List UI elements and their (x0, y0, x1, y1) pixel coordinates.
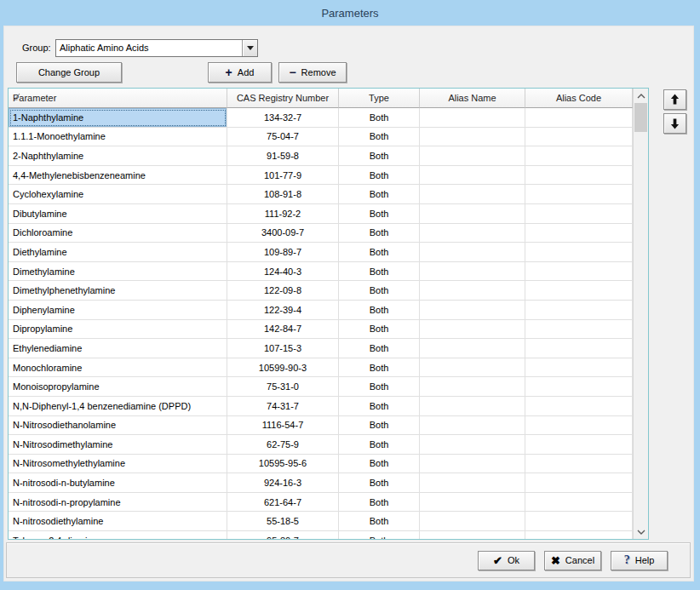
cell-cas[interactable]: 75-04-7 (227, 128, 339, 147)
scroll-up-button[interactable] (634, 89, 648, 103)
cell-alias-code[interactable] (525, 435, 633, 455)
table-row[interactable]: Dimethylphenethylamine122-09-8Both (9, 281, 633, 301)
cell-alias-code[interactable] (525, 146, 633, 166)
cell-alias-code[interactable] (525, 397, 633, 416)
cell-cas[interactable]: 122-09-8 (227, 281, 339, 301)
cell-parameter[interactable]: Dichloroamine (9, 224, 227, 243)
cell-alias-name[interactable] (420, 473, 525, 493)
cell-type[interactable]: Both (339, 358, 420, 378)
cell-alias-code[interactable] (525, 128, 633, 147)
cell-parameter[interactable]: Diethylamine (9, 243, 227, 262)
cell-alias-code[interactable] (525, 301, 633, 320)
cell-parameter[interactable]: N,N-Diphenyl-1,4 benzenediamine (DPPD) (9, 397, 227, 416)
table-row[interactable]: N,N-Diphenyl-1,4 benzenediamine (DPPD)74… (9, 397, 633, 416)
cell-type[interactable]: Both (339, 377, 420, 397)
cell-parameter[interactable]: Cyclohexylamine (9, 185, 227, 204)
table-row[interactable]: N-Nitrosomethylethylamine10595-95-6Both (9, 455, 633, 474)
cell-alias-name[interactable] (420, 358, 525, 378)
cell-alias-name[interactable] (420, 493, 525, 513)
cell-parameter[interactable]: 1.1.1-Monoethylamine (9, 128, 227, 147)
table-row[interactable]: 1.1.1-Monoethylamine75-04-7Both (9, 128, 633, 147)
cell-alias-name[interactable] (420, 301, 525, 320)
cell-parameter[interactable]: Dimethylphenethylamine (9, 281, 227, 301)
cell-alias-name[interactable] (420, 531, 525, 539)
cell-type[interactable]: Both (339, 108, 420, 128)
cell-cas[interactable]: 62-75-9 (227, 435, 339, 455)
vertical-scrollbar[interactable] (633, 89, 648, 539)
cell-alias-code[interactable] (525, 339, 633, 358)
cell-alias-code[interactable] (525, 224, 633, 243)
move-up-button[interactable] (663, 89, 686, 110)
cell-alias-code[interactable] (525, 185, 633, 204)
cell-alias-name[interactable] (420, 166, 525, 186)
cell-type[interactable]: Both (339, 339, 420, 358)
cell-alias-name[interactable] (420, 128, 525, 147)
cell-parameter[interactable]: Dipropylamine (9, 320, 227, 340)
cell-cas[interactable]: 91-59-8 (227, 146, 339, 166)
table-row[interactable]: N-nitrosodi-n-propylamine621-64-7Both (9, 493, 633, 513)
cell-alias-name[interactable] (420, 377, 525, 397)
cell-cas[interactable]: 95-80-7 (227, 531, 339, 539)
cell-cas[interactable]: 75-31-0 (227, 377, 339, 397)
table-row[interactable]: 1-Naphthylamine134-32-7Both (9, 108, 633, 128)
add-button[interactable]: + Add (208, 62, 272, 83)
scroll-down-button[interactable] (634, 524, 648, 539)
cell-alias-code[interactable] (525, 204, 633, 224)
cell-type[interactable]: Both (339, 262, 420, 282)
group-combobox[interactable]: Aliphatic Amino Acids (55, 39, 258, 57)
cell-type[interactable]: Both (339, 243, 420, 262)
cell-alias-name[interactable] (420, 281, 525, 301)
cell-parameter[interactable]: Ethylenediamine (9, 339, 227, 358)
cell-type[interactable]: Both (339, 416, 420, 436)
cell-parameter[interactable]: 1-Naphthylamine (9, 108, 227, 128)
cell-alias-code[interactable] (525, 166, 633, 186)
cell-alias-name[interactable] (420, 146, 525, 166)
cell-alias-name[interactable] (420, 108, 525, 128)
cell-alias-name[interactable] (420, 416, 525, 436)
table-row[interactable]: N-nitrosodiethylamine55-18-5Both (9, 512, 633, 531)
cell-alias-name[interactable] (420, 224, 525, 243)
cell-alias-name[interactable] (420, 204, 525, 224)
column-header-alias-name[interactable]: Alias Name (420, 89, 525, 108)
cell-cas[interactable]: 1116-54-7 (227, 416, 339, 436)
cell-parameter[interactable]: Toluene-2,4-diamine (9, 531, 227, 539)
cell-alias-code[interactable] (525, 320, 633, 340)
cell-alias-name[interactable] (420, 455, 525, 474)
cell-parameter[interactable]: N-Nitrosomethylethylamine (9, 455, 227, 474)
cell-alias-code[interactable] (525, 377, 633, 397)
cell-cas[interactable]: 924-16-3 (227, 473, 339, 493)
table-row[interactable]: N-Nitrosodimethylamine62-75-9Both (9, 435, 633, 455)
table-row[interactable]: 4,4-Methylenebisbenzeneamine101-77-9Both (9, 166, 633, 186)
cell-type[interactable]: Both (339, 281, 420, 301)
combobox-dropdown-button[interactable] (242, 40, 257, 56)
move-down-button[interactable] (663, 113, 686, 134)
cell-type[interactable]: Both (339, 301, 420, 320)
cell-cas[interactable]: 3400-09-7 (227, 224, 339, 243)
cell-cas[interactable]: 55-18-5 (227, 512, 339, 531)
cell-alias-name[interactable] (420, 339, 525, 358)
cell-type[interactable]: Both (339, 435, 420, 455)
scrollbar-track[interactable] (634, 132, 648, 524)
ok-button[interactable]: ✔ Ok (478, 551, 535, 570)
cell-parameter[interactable]: 2-Naphthylamine (9, 146, 227, 166)
table-row[interactable]: Dimethylamine124-40-3Both (9, 262, 633, 282)
table-row[interactable]: Diphenylamine122-39-4Both (9, 301, 633, 320)
cell-type[interactable]: Both (339, 224, 420, 243)
cell-type[interactable]: Both (339, 493, 420, 513)
cell-alias-code[interactable] (525, 416, 633, 436)
cell-parameter[interactable]: Dimethylamine (9, 262, 227, 282)
cell-type[interactable]: Both (339, 455, 420, 474)
cell-cas[interactable]: 124-40-3 (227, 262, 339, 282)
cell-alias-name[interactable] (420, 435, 525, 455)
cell-alias-code[interactable] (525, 531, 633, 539)
table-row[interactable]: Ethylenediamine107-15-3Both (9, 339, 633, 358)
cell-alias-name[interactable] (420, 397, 525, 416)
cancel-button[interactable]: ✖ Cancel (544, 551, 601, 570)
cell-parameter[interactable]: 4,4-Methylenebisbenzeneamine (9, 166, 227, 186)
cell-alias-name[interactable] (420, 243, 525, 262)
cell-alias-code[interactable] (525, 512, 633, 531)
cell-type[interactable]: Both (339, 397, 420, 416)
table-row[interactable]: N-nitrosodi-n-butylamine924-16-3Both (9, 473, 633, 493)
cell-cas[interactable]: 142-84-7 (227, 320, 339, 340)
cell-parameter[interactable]: N-nitrosodi-n-propylamine (9, 493, 227, 513)
